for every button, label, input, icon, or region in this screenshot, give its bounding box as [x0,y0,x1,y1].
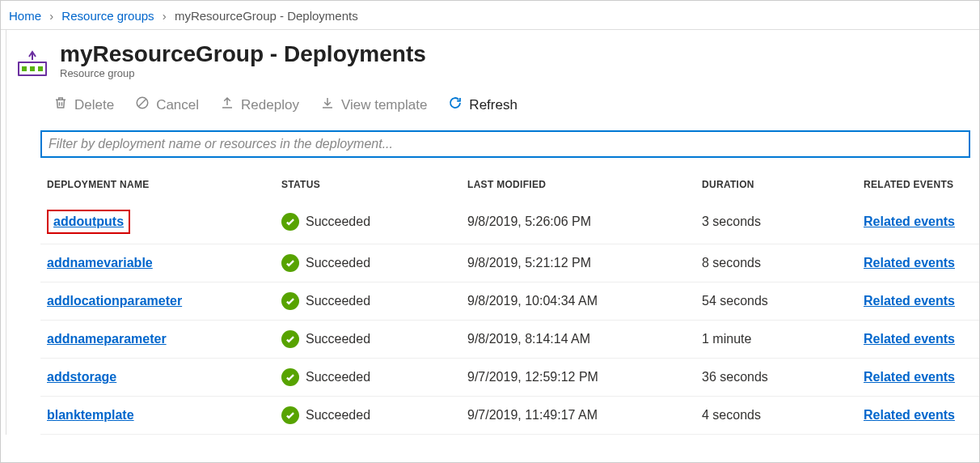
last-modified-cell: 9/8/2019, 5:26:06 PM [467,215,702,229]
duration-cell: 36 seconds [702,370,864,384]
redeploy-label: Redeploy [241,97,299,113]
deployment-name-link[interactable]: addnamevariable [47,256,153,270]
table-row: blanktemplateSucceeded9/7/2019, 11:49:17… [40,397,979,435]
deployment-name-link[interactable]: addnameparameter [47,332,167,346]
success-icon [281,213,299,231]
table-row: addnamevariableSucceeded9/8/2019, 5:21:1… [40,244,979,282]
deployment-name-link[interactable]: addstorage [47,370,116,384]
page-subtitle: Resource group [60,67,426,79]
related-events-link[interactable]: Related events [864,215,955,228]
chevron-right-icon: › [158,9,171,23]
status-text: Succeeded [306,215,370,229]
status-cell: Succeeded [281,368,467,386]
last-modified-cell: 9/7/2019, 12:59:12 PM [467,370,702,384]
related-events-link[interactable]: Related events [864,294,955,308]
cancel-button[interactable]: Cancel [135,96,199,114]
success-icon [281,292,299,310]
svg-line-6 [139,100,146,107]
breadcrumb-home[interactable]: Home [9,9,41,23]
last-modified-cell: 9/8/2019, 8:14:14 AM [467,332,702,346]
view-template-button[interactable]: View template [320,96,427,114]
col-duration[interactable]: DURATION [702,179,864,190]
last-modified-cell: 9/8/2019, 10:04:34 AM [467,294,702,308]
duration-cell: 3 seconds [702,215,864,229]
trash-icon [53,96,68,114]
upload-icon [220,96,234,114]
col-related[interactable]: RELATED EVENTS [864,179,980,190]
deployment-name-link[interactable]: addlocationparameter [47,294,182,308]
related-events-link[interactable]: Related events [864,256,955,270]
table-row: addnameparameterSucceeded9/8/2019, 8:14:… [40,321,979,359]
cancel-icon [135,96,150,114]
col-last-modified[interactable]: LAST MODIFIED [467,179,702,190]
related-events-link[interactable]: Related events [864,370,955,384]
filter-wrap [6,127,979,161]
toolbar: Delete Cancel Redeploy View template Ref… [6,86,979,127]
breadcrumb-resource-groups[interactable]: Resource groups [61,9,154,23]
status-text: Succeeded [306,408,370,423]
success-icon [281,406,299,424]
success-icon [281,368,299,386]
duration-cell: 1 minute [702,332,864,346]
duration-cell: 54 seconds [702,294,864,308]
refresh-label: Refresh [469,97,517,113]
table-header: DEPLOYMENT NAME STATUS LAST MODIFIED DUR… [40,168,979,200]
status-text: Succeeded [306,370,370,384]
download-icon [320,96,335,114]
status-cell: Succeeded [281,330,467,348]
deployment-name-link[interactable]: addoutputs [47,210,130,234]
status-cell: Succeeded [281,213,467,231]
status-cell: Succeeded [281,406,467,424]
col-status[interactable]: STATUS [281,179,467,190]
status-text: Succeeded [306,294,370,308]
svg-rect-4 [38,66,43,71]
status-cell: Succeeded [281,254,467,272]
resource-group-icon [15,51,50,77]
chevron-right-icon: › [44,9,58,23]
duration-cell: 4 seconds [702,408,864,423]
refresh-icon [448,96,463,114]
svg-rect-3 [30,66,35,71]
redeploy-button[interactable]: Redeploy [220,96,299,114]
success-icon [281,254,299,272]
status-text: Succeeded [306,332,370,346]
table-row: addlocationparameterSucceeded9/8/2019, 1… [40,282,979,321]
table-row: addoutputsSucceeded9/8/2019, 5:26:06 PM3… [40,200,979,244]
status-cell: Succeeded [281,292,467,310]
delete-label: Delete [74,97,114,113]
success-icon [281,330,299,348]
deployments-table: DEPLOYMENT NAME STATUS LAST MODIFIED DUR… [6,161,979,435]
breadcrumb: Home › Resource groups › myResourceGroup… [1,1,979,30]
refresh-button[interactable]: Refresh [448,96,517,114]
status-text: Succeeded [306,256,370,270]
last-modified-cell: 9/8/2019, 5:21:12 PM [467,256,702,270]
delete-button[interactable]: Delete [53,96,114,114]
related-events-link[interactable]: Related events [864,332,955,346]
cancel-label: Cancel [156,97,199,113]
table-row: addstorageSucceeded9/7/2019, 12:59:12 PM… [40,359,979,397]
deployment-name-link[interactable]: blanktemplate [47,408,134,422]
col-name[interactable]: DEPLOYMENT NAME [47,179,281,190]
svg-rect-2 [22,66,27,71]
related-events-link[interactable]: Related events [864,408,955,422]
last-modified-cell: 9/7/2019, 11:49:17 AM [467,408,702,423]
breadcrumb-current: myResourceGroup - Deployments [175,9,358,23]
filter-input[interactable] [40,130,970,158]
view-template-label: View template [341,97,427,113]
page-header: myResourceGroup - Deployments Resource g… [6,30,979,86]
page-title: myResourceGroup - Deployments [60,41,426,67]
duration-cell: 8 seconds [702,256,864,270]
